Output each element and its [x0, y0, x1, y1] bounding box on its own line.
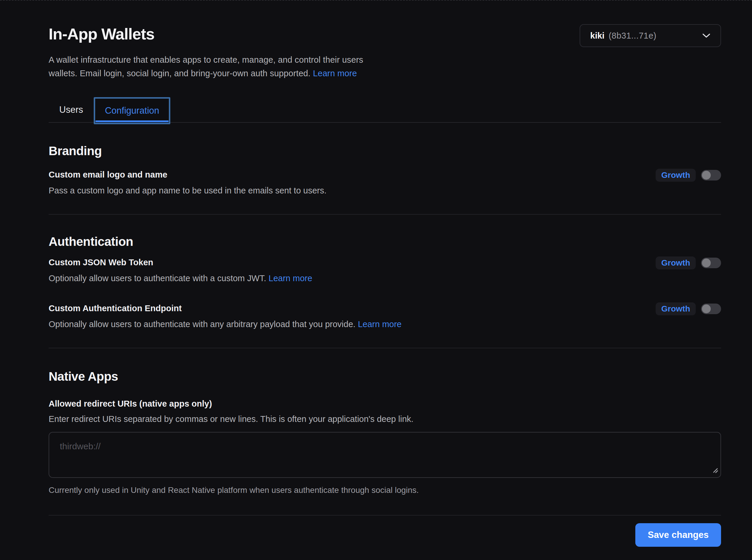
custom-auth-endpoint-controls: Growth — [656, 302, 721, 315]
authentication-section-heading: Authentication — [49, 234, 721, 249]
custom-email-logo-title: Custom email logo and name — [49, 169, 327, 180]
project-name: kiki — [590, 31, 604, 41]
redirect-uris-field-wrap — [49, 432, 721, 478]
redirect-uris-label: Allowed redirect URIs (native apps only) — [49, 398, 721, 409]
custom-auth-endpoint-text: Custom Authentication Endpoint Optionall… — [49, 303, 402, 329]
custom-jwt-row: Custom JSON Web Token Optionally allow u… — [49, 257, 721, 283]
save-changes-button[interactable]: Save changes — [635, 523, 721, 547]
custom-email-logo-text: Custom email logo and name Pass a custom… — [49, 169, 327, 196]
custom-jwt-description: Optionally allow users to authenticate w… — [49, 273, 312, 283]
footer: Save changes — [49, 523, 721, 547]
custom-jwt-controls: Growth — [656, 257, 721, 269]
custom-jwt-learn-more-link[interactable]: Learn more — [268, 274, 312, 283]
section-divider — [49, 348, 721, 348]
custom-auth-endpoint-row: Custom Authentication Endpoint Optionall… — [49, 303, 721, 329]
footer-divider — [49, 515, 721, 516]
custom-email-logo-controls: Growth — [656, 169, 721, 182]
custom-email-logo-toggle[interactable] — [701, 170, 721, 180]
tab-configuration[interactable]: Configuration — [94, 97, 170, 124]
page-header-text: In-App Wallets A wallet infrastructure t… — [49, 24, 363, 80]
in-app-wallets-page: In-App Wallets A wallet infrastructure t… — [0, 1, 752, 547]
custom-jwt-description-text: Optionally allow users to authenticate w… — [49, 274, 266, 283]
custom-auth-endpoint-description-text: Optionally allow users to authenticate w… — [49, 319, 355, 329]
page-header: In-App Wallets A wallet infrastructure t… — [49, 24, 721, 80]
custom-jwt-title: Custom JSON Web Token — [49, 257, 312, 268]
section-divider — [49, 214, 721, 215]
redirect-uris-description: Enter redirect URIs separated by commas … — [49, 414, 721, 424]
toggle-knob — [702, 171, 711, 180]
custom-auth-endpoint-title: Custom Authentication Endpoint — [49, 303, 402, 314]
toggle-knob — [702, 259, 711, 267]
page-description-line1: A wallet infrastructure that enables app… — [49, 55, 363, 64]
page-description-line2: wallets. Email login, social login, and … — [49, 68, 311, 78]
header-learn-more-link[interactable]: Learn more — [313, 68, 357, 78]
growth-plan-badge: Growth — [656, 169, 696, 182]
custom-email-logo-description: Pass a custom logo and app name to be us… — [49, 185, 327, 196]
page-description: A wallet infrastructure that enables app… — [49, 53, 363, 80]
growth-plan-badge: Growth — [656, 302, 696, 315]
growth-plan-badge: Growth — [656, 257, 696, 269]
project-id-short: (8b31...71e) — [609, 31, 656, 41]
native-apps-section-heading: Native Apps — [49, 369, 721, 384]
chevron-down-icon — [702, 33, 711, 38]
custom-auth-endpoint-learn-more-link[interactable]: Learn more — [358, 319, 401, 329]
custom-email-logo-row: Custom email logo and name Pass a custom… — [49, 169, 721, 196]
wallet-project-selector[interactable]: kiki (8b31...71e) — [580, 24, 721, 47]
page-title: In-App Wallets — [49, 24, 363, 44]
custom-auth-endpoint-description: Optionally allow users to authenticate w… — [49, 319, 402, 329]
redirect-uris-input[interactable] — [49, 432, 721, 478]
tab-bar: Users Configuration — [49, 97, 721, 123]
resize-handle-icon[interactable] — [712, 467, 719, 475]
branding-section-heading: Branding — [49, 143, 721, 159]
tab-users[interactable]: Users — [49, 97, 94, 122]
custom-auth-endpoint-toggle[interactable] — [701, 303, 721, 314]
redirect-uris-helper-text: Currently only used in Unity and React N… — [49, 485, 721, 496]
custom-jwt-text: Custom JSON Web Token Optionally allow u… — [49, 257, 312, 283]
custom-jwt-toggle[interactable] — [701, 258, 721, 268]
toggle-knob — [702, 304, 711, 313]
